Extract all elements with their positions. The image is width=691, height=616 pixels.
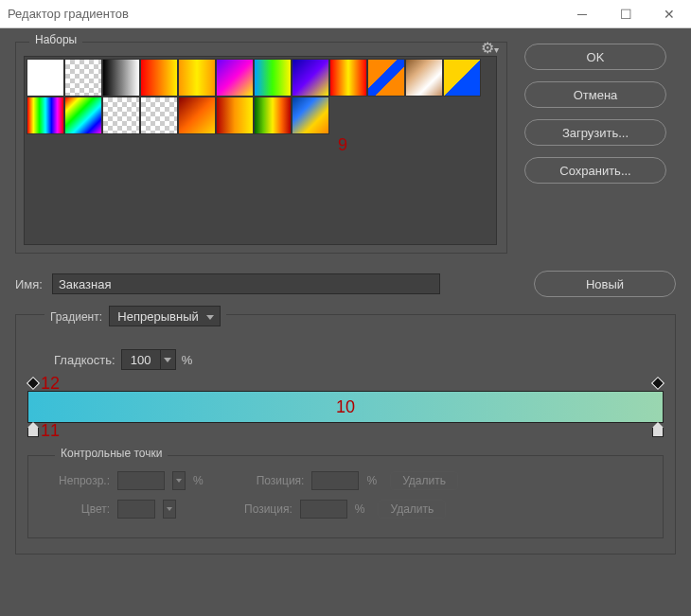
ok-button[interactable]: OK	[524, 44, 666, 70]
titlebar: Редактор градиентов ─ ☐ ✕	[0, 0, 691, 28]
close-button[interactable]: ✕	[647, 0, 691, 28]
delete-color-stop-button: Удалить	[378, 500, 446, 519]
smoothness-input[interactable]	[122, 350, 160, 369]
preset-swatch[interactable]	[178, 59, 216, 97]
minimize-button[interactable]: ─	[560, 0, 604, 28]
presets-panel: Наборы ⚙▾ 9	[15, 42, 507, 254]
preset-swatch[interactable]	[216, 97, 254, 134]
opacity-label: Непрозр.:	[44, 474, 110, 487]
preset-swatch[interactable]	[405, 59, 443, 97]
smoothness-unit: %	[182, 353, 193, 367]
preset-swatch[interactable]	[254, 59, 292, 97]
opacity-stop-right[interactable]	[652, 378, 664, 389]
gradient-editor-body: Наборы ⚙▾ 9 OK Отмена Загрузить... Сохра…	[0, 28, 691, 616]
opacity-stop-track: 12	[27, 378, 664, 391]
opacity-stop-left[interactable]	[27, 378, 39, 389]
preset-swatch[interactable]	[140, 97, 178, 134]
preset-grid: 9	[24, 56, 497, 245]
color-control-row: Цвет: Позиция: % Удалить	[44, 500, 647, 519]
window-title: Редактор градиентов	[8, 7, 129, 21]
name-label: Имя:	[15, 277, 43, 291]
preset-swatch[interactable]	[329, 59, 367, 97]
opacity-position-input	[311, 471, 359, 490]
preset-swatch[interactable]	[64, 59, 102, 97]
name-input[interactable]	[52, 273, 440, 294]
presets-legend: Наборы	[29, 33, 82, 46]
maximize-button[interactable]: ☐	[604, 0, 647, 28]
preset-swatch[interactable]	[292, 59, 329, 97]
preset-swatch[interactable]	[102, 59, 140, 97]
cancel-button[interactable]: Отмена	[524, 81, 666, 108]
annotation-10: 10	[336, 397, 355, 417]
delete-opacity-stop-button: Удалить	[390, 471, 458, 490]
position-unit: %	[355, 502, 365, 516]
preset-swatch[interactable]	[102, 97, 140, 134]
gear-icon[interactable]: ⚙▾	[481, 39, 499, 57]
preset-swatch[interactable]	[27, 97, 64, 134]
save-button[interactable]: Сохранить...	[524, 157, 666, 184]
preset-swatch[interactable]	[178, 97, 216, 134]
color-stop-track: 11	[27, 423, 664, 436]
smoothness-row: Гладкость: %	[54, 349, 664, 370]
control-points-panel: Контрольные точки Непрозр.: % Позиция: %…	[27, 455, 664, 538]
color-stop-left[interactable]	[27, 423, 39, 436]
name-row: Имя: Новый	[15, 271, 676, 297]
smoothness-input-wrap	[121, 349, 176, 370]
preset-swatch[interactable]	[64, 97, 102, 134]
control-points-legend: Контрольные точки	[55, 447, 168, 460]
preset-swatch[interactable]	[367, 59, 405, 97]
load-button[interactable]: Загрузить...	[524, 119, 666, 146]
opacity-unit: %	[193, 474, 204, 487]
preset-swatch[interactable]	[292, 97, 329, 134]
annotation-11: 11	[41, 421, 60, 441]
chevron-down-icon	[172, 471, 186, 490]
new-button[interactable]: Новый	[534, 271, 676, 297]
gradient-legend: Градиент: Непрерывный	[44, 306, 226, 326]
preset-swatch[interactable]	[27, 59, 64, 97]
color-stop-right[interactable]	[652, 423, 664, 436]
position-label: Позиция:	[257, 474, 305, 487]
preset-swatch[interactable]	[443, 59, 481, 97]
preset-swatch[interactable]	[216, 59, 254, 97]
titlebar-buttons: ─ ☐ ✕	[560, 0, 691, 28]
position-label: Позиция:	[244, 502, 292, 516]
preset-swatch[interactable]	[254, 97, 292, 134]
color-swatch	[117, 500, 155, 519]
position-unit: %	[366, 474, 377, 487]
chevron-down-icon[interactable]	[160, 350, 175, 369]
smoothness-label: Гладкость:	[54, 353, 115, 367]
gradient-panel: Градиент: Непрерывный Гладкость: % 12 10…	[15, 314, 676, 554]
annotation-9: 9	[338, 135, 347, 155]
opacity-value-input	[117, 471, 165, 490]
gradient-ramp[interactable]: 10	[27, 391, 664, 423]
color-position-input	[300, 500, 347, 519]
chevron-down-icon	[163, 500, 176, 519]
preset-swatch[interactable]	[140, 59, 178, 97]
button-column: OK Отмена Загрузить... Сохранить...	[524, 44, 666, 254]
color-label: Цвет:	[44, 502, 110, 516]
gradient-ramp-area: 12 10 11	[27, 378, 664, 436]
gradient-type-select[interactable]: Непрерывный	[109, 306, 220, 326]
opacity-control-row: Непрозр.: % Позиция: % Удалить	[44, 471, 647, 490]
